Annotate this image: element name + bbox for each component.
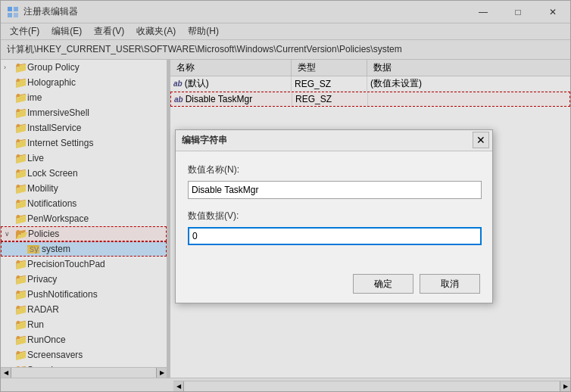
dialog-name-input[interactable]: [188, 181, 482, 199]
dialog-title: 编辑字符串: [182, 134, 227, 147]
dialog-footer: 确定 取消: [176, 268, 492, 303]
dialog-ok-button[interactable]: 确定: [353, 274, 413, 294]
dialog-data-label: 数值数据(V):: [188, 210, 480, 222]
dialog-body: 数值名称(N): 数值数据(V):: [176, 151, 492, 268]
edit-string-dialog: 编辑字符串 ✕ 数值名称(N): 数值数据(V): 确定 取消: [175, 129, 493, 303]
dialog-overlay: 编辑字符串 ✕ 数值名称(N): 数值数据(V): 确定 取消: [1, 1, 570, 391]
dialog-cancel-button[interactable]: 取消: [420, 274, 480, 294]
dialog-data-input[interactable]: [188, 227, 482, 245]
dialog-name-label: 数值名称(N):: [188, 163, 480, 176]
dialog-title-bar: 编辑字符串 ✕: [176, 130, 492, 151]
dialog-close-button[interactable]: ✕: [473, 132, 489, 148]
main-window: 注册表编辑器 — □ ✕ 文件(F) 编辑(E) 查看(V) 收藏夹(A) 帮助…: [0, 0, 571, 392]
